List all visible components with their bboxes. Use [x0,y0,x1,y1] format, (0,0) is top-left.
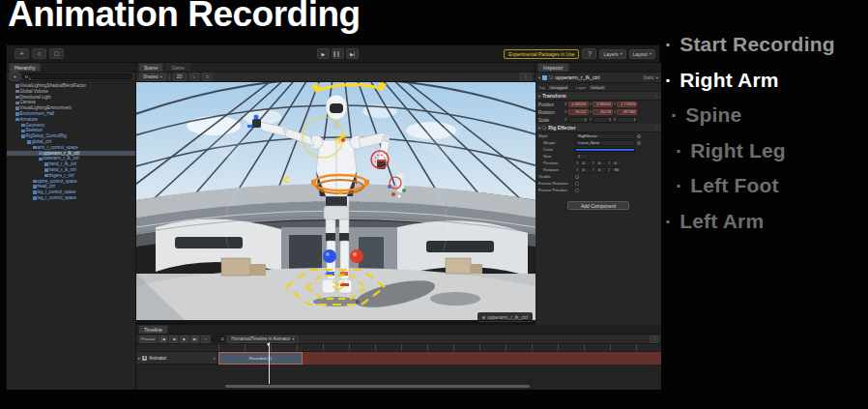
scale-label: Scale [538,118,564,123]
track-name: Animator [149,356,211,361]
scale-tool-icon[interactable]: □ [49,48,64,59]
tab-inspector[interactable]: Inspector [537,63,569,72]
rig-pos-z-field[interactable]: 0 [611,161,622,166]
rig-rot-y-field[interactable]: 0 [595,167,607,173]
experimental-packages-warning[interactable]: Experimental Packages in Use [504,49,579,59]
rig-position-label: Position [543,161,575,165]
tab-scene[interactable]: Scene [138,63,163,72]
timeline-scrollbar[interactable] [225,385,530,388]
rotate-tool-icon[interactable]: ○ [32,48,46,59]
audio-toggle-icon[interactable]: □ [202,73,213,81]
rotation-row: Rotation X -90.512 Y -352.58 Z 287.865 [535,108,661,116]
hierarchy-item[interactable]: leg_r_control_space [7,195,135,201]
chevron-down-icon: ▾ [160,74,162,79]
play-icon[interactable]: ▶ [317,48,330,59]
rig-pos-y-field[interactable]: 0 [595,161,607,166]
layers-dropdown[interactable]: Layers ▾ [599,49,625,59]
transform-tools: + ○ □ [14,48,64,59]
freeze-position-checkbox[interactable] [575,189,579,192]
chevron-down-icon: ▾ [620,51,622,56]
lighting-toggle-icon[interactable]: ○ [189,73,200,81]
position-label: Position [538,102,564,107]
timeline-asset-dropdown[interactable]: HumanoidTimeline in Animator ▾ [227,336,298,343]
add-component-button[interactable]: Add Component [567,201,629,210]
bullet-label: Start Recording [680,27,835,63]
component-enabled-checkbox[interactable]: ✓ [542,126,546,130]
axis-z-label: Z [614,102,616,106]
color-swatch[interactable] [575,148,635,152]
chevron-down-icon[interactable]: ▾ [656,75,658,80]
bullet-item: · Left Arm [665,204,864,240]
gameobject-name[interactable]: upperarm_r_fk_ctrl [555,74,641,80]
component-menu-icon[interactable]: ⋮ [654,94,659,99]
position-y-field[interactable]: 2.284106 [593,102,613,107]
record-icon[interactable]: ● [201,336,210,343]
freeze-position-row: Freeze Position [535,187,661,193]
style-label: Style [538,133,575,138]
tag-dropdown[interactable]: Untagged [547,84,570,91]
component-menu-icon[interactable]: ⋮ [654,126,659,131]
shading-mode-dropdown[interactable]: Shaded ▾ [139,73,166,81]
help-icon[interactable]: ? [582,48,596,59]
gizmos-menu-icon[interactable]: ⋮ [520,73,533,81]
timeline-ruler[interactable] [136,344,661,352]
tab-game[interactable]: Game [165,63,190,72]
rotation-y-field[interactable]: -352.58 [593,109,613,115]
size-field[interactable]: 1 [575,154,589,160]
previous-frame-icon[interactable]: ◀ [169,336,178,343]
freeze-rotation-checkbox[interactable] [575,182,579,186]
animator-track-header[interactable]: ▸ A Animator ● [136,352,218,365]
hierarchy-search-row: + [7,73,135,81]
rotation-x-field[interactable]: -90.512 [568,109,589,115]
timeline-menu-icon[interactable]: ⋮ [650,336,658,343]
go-to-start-icon[interactable]: |◀ [159,336,167,343]
hierarchy-item-label: leg_r_control_space [38,195,77,201]
recorded-clip[interactable]: Recorded (1) [218,352,303,365]
create-menu-button[interactable]: + [10,72,20,81]
rotation-z-field[interactable]: 287.865 [617,109,637,115]
rig-rot-x-field[interactable]: 0 [580,167,592,173]
go-to-end-icon[interactable]: ▶| [190,336,199,343]
object-picker-icon[interactable] [637,141,641,145]
preview-button[interactable]: Preview [139,336,157,343]
axis-y-label: Y [593,161,595,165]
object-picker-icon[interactable] [637,134,641,138]
scale-x-field[interactable]: 1 [568,117,589,123]
layer-dropdown[interactable]: Default [588,84,606,91]
active-checkbox[interactable]: ✓ [549,75,553,79]
rig-effector-component-header[interactable]: ▾ ✓ Rig Effector ⋮ [535,124,661,132]
gameobject-icon [39,152,43,156]
visible-row: Visible ✓ [535,173,661,180]
move-tool-icon[interactable]: + [14,48,29,59]
style-object-field[interactable]: RigEffector [575,133,635,139]
playhead-line[interactable] [269,342,270,384]
track-recording-region[interactable]: Recorded (1) [218,352,661,365]
pause-icon[interactable]: ▎▎ [332,48,344,59]
scale-z-field[interactable]: 1 [617,117,637,123]
layout-dropdown[interactable]: Layout ▾ [629,49,655,59]
ruler-ticks [218,344,661,351]
shape-object-field[interactable]: Curve_Neck [575,140,635,146]
rig-pos-x-field[interactable]: 0 [580,161,592,166]
animator-icon: A [142,356,147,361]
position-z-field[interactable]: -1.774916 [617,102,637,107]
bullet-dot: · [671,98,678,133]
track-record-icon[interactable]: ● [213,356,216,361]
2d-toggle[interactable]: 2D [173,73,187,81]
visible-checkbox[interactable]: ✓ [575,175,579,179]
scene-viewport[interactable]: upperarm_r_fk_ctrl [136,82,535,325]
tab-hierarchy[interactable]: Hierarchy [9,63,41,72]
play-icon[interactable]: ▶ [180,336,188,343]
timeline-tracks: ▸ A Animator ● Recorded (1) [136,352,661,389]
transform-component-header[interactable]: ▾ Transform ⋮ [535,92,661,101]
frame-field[interactable]: 0 [212,336,225,342]
rig-rot-z-field[interactable]: 90 [611,167,622,173]
static-label[interactable]: Static [643,75,653,80]
scale-y-field[interactable]: 1 [593,117,613,123]
chevron-down-icon[interactable]: ▾ [538,75,540,80]
position-x-field[interactable]: -0.483209 [568,102,589,107]
hierarchy-search-input[interactable] [22,73,132,79]
tab-timeline[interactable]: Timeline [138,325,168,334]
bullet-label: Right Arm [680,63,779,99]
step-icon[interactable]: ▶| [346,48,359,59]
